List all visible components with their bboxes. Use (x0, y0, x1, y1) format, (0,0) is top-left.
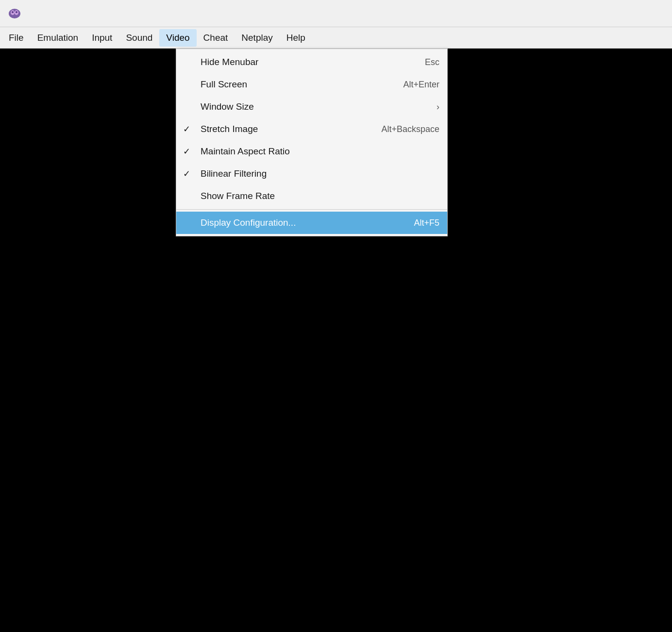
menu-item-label: Window Size (201, 101, 254, 112)
video-dropdown: Hide MenubarEscFull ScreenAlt+EnterWindo… (176, 49, 448, 236)
menu-item-label: Full Screen (201, 79, 247, 90)
title-bar (0, 0, 672, 27)
submenu-arrow-icon: › (437, 102, 439, 112)
menu-item-maintain-aspect-ratio[interactable]: ✓Maintain Aspect Ratio (176, 140, 447, 163)
menu-item-cheat[interactable]: Cheat (197, 29, 235, 47)
menu-item-video[interactable]: Video (159, 29, 196, 47)
menu-item-shortcut: Esc (425, 57, 439, 67)
svg-point-4 (16, 11, 17, 13)
maximize-button[interactable] (618, 5, 640, 22)
checkmark-icon: ✓ (183, 168, 190, 179)
svg-point-3 (12, 11, 14, 13)
app-icon (8, 7, 21, 20)
menu-separator (176, 209, 447, 210)
checkmark-icon: ✓ (183, 146, 190, 157)
menu-item-show-frame-rate[interactable]: Show Frame Rate (176, 185, 447, 207)
menu-item-bilinear-filtering[interactable]: ✓Bilinear Filtering (176, 163, 447, 185)
menu-item-stretch-image[interactable]: ✓Stretch ImageAlt+Backspace (176, 118, 447, 140)
menu-item-label: Hide Menubar (201, 57, 258, 67)
dropdown-menu: Hide MenubarEscFull ScreenAlt+EnterWindo… (176, 49, 448, 236)
menu-item-display-configuration-[interactable]: Display Configuration...Alt+F5 (176, 212, 447, 234)
menu-item-input[interactable]: Input (85, 29, 119, 47)
menu-item-label: Bilinear Filtering (201, 168, 267, 179)
menu-item-shortcut: Alt+Enter (403, 80, 439, 90)
menu-item-window-size[interactable]: Window Size› (176, 96, 447, 118)
minimize-button[interactable] (593, 5, 616, 22)
menu-item-sound[interactable]: Sound (119, 29, 159, 47)
menu-item-label: Maintain Aspect Ratio (201, 146, 290, 157)
menu-bar: FileEmulationInputSoundVideoCheatNetplay… (0, 27, 672, 49)
menu-item-shortcut: Alt+Backspace (381, 124, 439, 134)
window-controls (593, 5, 664, 22)
menu-item-netplay[interactable]: Netplay (235, 29, 279, 47)
menu-item-label: Stretch Image (201, 124, 258, 134)
menu-item-label: Display Configuration... (201, 217, 296, 228)
close-button[interactable] (642, 5, 664, 22)
svg-point-0 (9, 9, 20, 18)
menu-item-help[interactable]: Help (280, 29, 312, 47)
menu-item-shortcut: Alt+F5 (414, 218, 439, 228)
checkmark-icon: ✓ (183, 124, 190, 134)
menu-item-emulation[interactable]: Emulation (31, 29, 85, 47)
menu-item-file[interactable]: File (2, 29, 31, 47)
menu-item-hide-menubar[interactable]: Hide MenubarEsc (176, 51, 447, 73)
menu-item-label: Show Frame Rate (201, 191, 275, 201)
title-bar-left (8, 7, 26, 20)
menu-item-full-screen[interactable]: Full ScreenAlt+Enter (176, 73, 447, 96)
